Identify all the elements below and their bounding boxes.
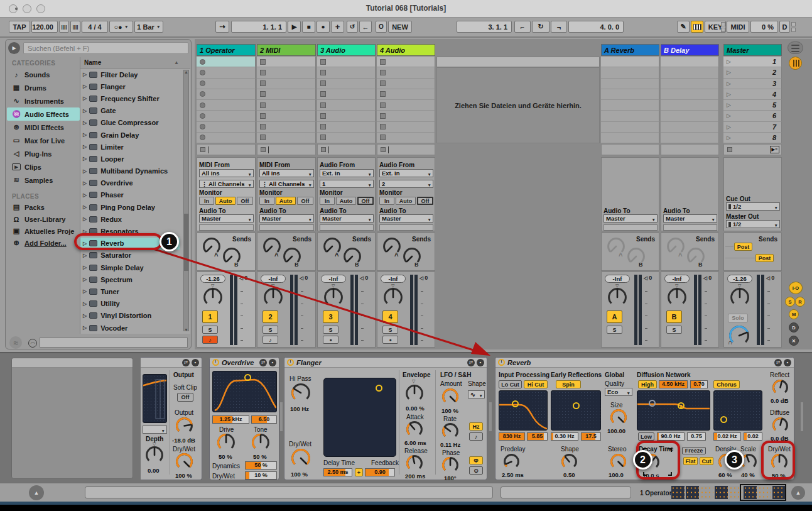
browser-device-item[interactable]: Utility xyxy=(80,298,180,310)
send-b-post-button[interactable]: Post xyxy=(755,254,774,262)
clip-slot[interactable] xyxy=(257,79,316,89)
scene-launch[interactable]: ▷ 3 xyxy=(723,79,782,89)
category-item[interactable]: ⊛ MIDI Effects xyxy=(7,121,80,134)
dynamics-field[interactable]: 50 % xyxy=(245,461,277,470)
output-select[interactable]: Master xyxy=(320,214,374,223)
monitor-in-button[interactable]: In xyxy=(320,197,335,205)
browser-device-item[interactable]: Limiter xyxy=(80,141,180,153)
monitor-off-button[interactable]: Off xyxy=(357,197,374,205)
browser-device-item[interactable]: Ping Pong Delay xyxy=(80,201,180,213)
overdrive-q-field[interactable]: 6.50 xyxy=(251,415,277,424)
clip-stop-row[interactable] xyxy=(197,144,256,155)
browser-device-item[interactable]: Frequency Shifter xyxy=(80,92,180,104)
chorus-on-button[interactable]: Chorus xyxy=(713,380,740,388)
device-title-bar[interactable]: Overdrive ⇄ ▪ xyxy=(210,358,279,368)
clip-slot[interactable] xyxy=(197,100,256,111)
spin-button[interactable]: Spin xyxy=(556,380,581,388)
phase-mode-button[interactable]: Φ xyxy=(469,456,483,464)
category-item[interactable]: ∿ Instruments xyxy=(7,94,80,107)
xy-handle[interactable] xyxy=(376,385,382,392)
midi-map-button[interactable]: MIDI xyxy=(727,21,749,33)
browser-device-item[interactable]: Vocoder xyxy=(80,322,180,334)
envelope-amount-knob[interactable] xyxy=(405,384,424,403)
diffuse-level-knob[interactable] xyxy=(772,417,789,434)
volume-field[interactable]: -Inf xyxy=(605,275,630,283)
dry-wet-knob[interactable] xyxy=(175,453,193,471)
clip-stop-row[interactable] xyxy=(317,144,376,155)
clip-slot[interactable] xyxy=(197,122,256,133)
category-item[interactable]: ◁ Plug-Ins xyxy=(7,147,80,160)
crossfader-section-toggle[interactable]: ✕ xyxy=(789,336,799,346)
volume-field[interactable]: -Inf xyxy=(261,275,286,283)
hot-swap-icon[interactable]: ⇄ xyxy=(467,359,475,366)
hot-swap-icon[interactable]: ⇄ xyxy=(774,359,782,366)
input-type-select[interactable]: Ext. In xyxy=(379,169,433,177)
pan-knob[interactable] xyxy=(667,287,687,307)
browser-device-item[interactable]: Phaser xyxy=(80,189,180,201)
delay-time-field[interactable]: 2.50 ms xyxy=(323,468,352,476)
monitor-auto-button[interactable]: Auto xyxy=(396,197,416,205)
device-title-bar[interactable]: ⇄ ▪ xyxy=(141,358,202,368)
freeze-button[interactable]: Freeze xyxy=(682,447,706,454)
save-preset-icon[interactable]: ▪ xyxy=(784,359,791,366)
rate-sync-button[interactable]: ♪ xyxy=(469,432,483,441)
solo-button[interactable]: S xyxy=(263,326,278,334)
output-select[interactable]: Master xyxy=(663,214,717,223)
session-record-button[interactable]: O xyxy=(376,21,387,33)
cut-button[interactable]: Cut xyxy=(700,457,713,465)
chorus-rate-field[interactable]: 0.02 Hz xyxy=(713,432,741,441)
clip-slot[interactable] xyxy=(377,79,435,89)
solo-button[interactable]: S xyxy=(666,326,682,334)
device-resize-handle[interactable] xyxy=(280,402,283,431)
browser-device-item[interactable]: Tuner xyxy=(80,285,180,297)
clip-slot[interactable] xyxy=(317,122,376,133)
loop-length-field[interactable]: 4. 0. 0 xyxy=(568,21,624,33)
clip-slot[interactable] xyxy=(257,111,316,121)
device-power-icon[interactable] xyxy=(498,359,505,366)
sends-section-toggle[interactable]: S xyxy=(785,297,795,307)
clip-slot[interactable] xyxy=(377,67,435,78)
tempo-field[interactable]: 120.00 xyxy=(31,21,58,33)
browser-device-item[interactable]: Vinyl Distortion xyxy=(80,310,180,322)
eq-handle[interactable] xyxy=(244,374,251,381)
scene-play-icon[interactable]: ▷ xyxy=(727,124,731,130)
scene-launch-all-button[interactable]: ▶≡ xyxy=(770,146,779,153)
scene-play-icon[interactable]: ▷ xyxy=(727,135,731,141)
clip-slot[interactable] xyxy=(377,122,435,133)
reenable-automation-button[interactable]: ↺ xyxy=(347,21,358,33)
scene-launch[interactable]: ▷ 1 xyxy=(723,57,782,67)
category-item[interactable]: ≋ Samples xyxy=(7,173,80,187)
predelay-knob[interactable] xyxy=(503,453,520,470)
return-header-b[interactable]: B Delay xyxy=(661,44,719,56)
overdub-button[interactable]: + xyxy=(331,21,344,33)
scene-play-icon[interactable]: ▷ xyxy=(727,58,731,65)
reflect-level-knob[interactable] xyxy=(772,379,789,396)
chorus-display[interactable] xyxy=(713,390,762,431)
place-item[interactable]: Ω User-Library xyxy=(7,213,80,225)
clip-slot[interactable] xyxy=(377,133,435,143)
category-item[interactable]: ♪ Sounds xyxy=(7,68,80,81)
diffusion-eq-display[interactable]: 2 xyxy=(637,390,710,431)
save-preset-icon[interactable]: ▪ xyxy=(269,359,276,366)
monitor-in-button[interactable]: In xyxy=(259,197,274,205)
nudge-up-button[interactable]: |||| xyxy=(70,21,80,33)
track-activator[interactable]: 3 xyxy=(323,310,338,323)
clip-slot[interactable] xyxy=(257,133,316,143)
quantization-menu[interactable]: 1 Bar▼ xyxy=(134,21,163,33)
pan-knob[interactable] xyxy=(263,287,283,307)
track-activator[interactable]: 1 xyxy=(202,310,218,323)
clip-slot[interactable] xyxy=(377,111,435,121)
scene-launch[interactable]: ▷ 2 xyxy=(723,67,782,78)
lfo-rate-knob[interactable] xyxy=(441,422,459,440)
browser-device-item[interactable]: Filter Delay xyxy=(80,69,180,80)
solo-button[interactable]: S xyxy=(382,326,398,334)
clip-slot[interactable] xyxy=(197,67,256,78)
output-select[interactable]: Master xyxy=(379,214,433,223)
clip-slot[interactable] xyxy=(317,79,376,89)
master-out-select[interactable]: 1/2 xyxy=(726,220,780,228)
category-item[interactable]: ▭ Max for Live xyxy=(7,134,80,147)
monitor-in-button[interactable]: In xyxy=(199,197,214,205)
solo-button[interactable]: S xyxy=(202,326,218,334)
arm-button[interactable] xyxy=(382,336,398,344)
clip-slot[interactable] xyxy=(197,57,256,67)
